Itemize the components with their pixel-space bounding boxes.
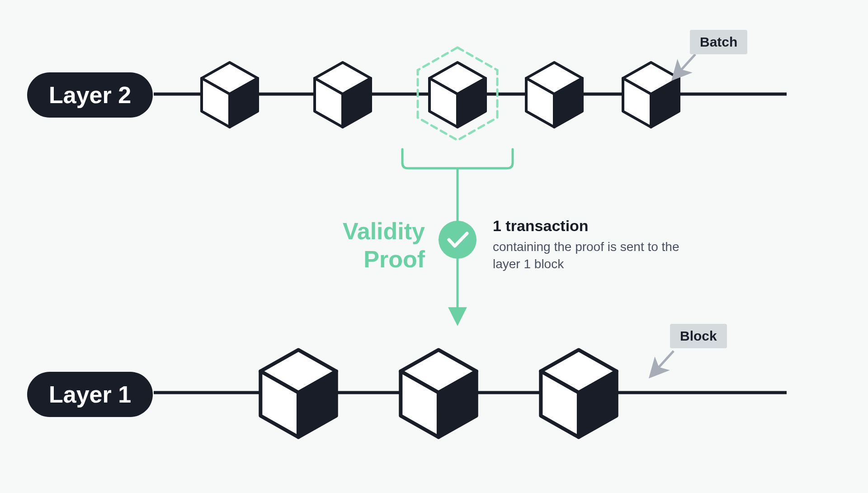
block-callout-arrow [656, 351, 674, 371]
check-icon [439, 221, 476, 259]
transaction-title: 1 transaction [493, 217, 692, 235]
diagram-stage: Layer 2 Layer 1 Batch Block Validity Pro… [0, 0, 868, 493]
batch-tag-text: Batch [700, 34, 737, 49]
layer1-label-text: Layer 1 [49, 381, 131, 408]
l2-batch-4 [526, 62, 582, 127]
layer1-label: Layer 1 [27, 372, 153, 417]
l2-batch-5 [623, 62, 679, 127]
validity-proof-label: Validity Proof [316, 217, 425, 274]
l2-batch-3-highlighted [418, 47, 497, 140]
transaction-description: 1 transaction containing the proof is se… [493, 217, 692, 273]
l2-batch-1 [202, 62, 258, 127]
l2-batch-2 [315, 62, 371, 127]
svg-point-1 [439, 221, 476, 259]
bracket [402, 149, 513, 168]
layer2-label-text: Layer 2 [49, 81, 131, 109]
l1-block-1 [260, 350, 336, 437]
transaction-body: containing the proof is sent to the laye… [493, 238, 692, 273]
l1-block-3 [541, 350, 616, 437]
block-tag: Block [670, 324, 727, 348]
validity-line2: Proof [316, 245, 425, 273]
validity-line1: Validity [316, 217, 425, 245]
batch-callout-arrow [678, 54, 695, 73]
block-tag-text: Block [680, 328, 717, 343]
layer2-label: Layer 2 [27, 72, 153, 118]
batch-tag: Batch [690, 30, 747, 54]
l1-block-2 [401, 350, 476, 437]
